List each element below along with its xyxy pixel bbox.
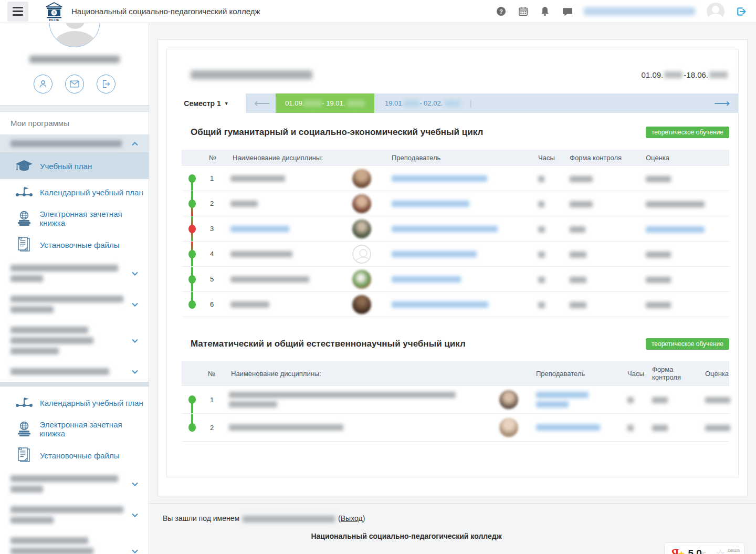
grade-value-blurred xyxy=(646,252,671,258)
row-number: 5 xyxy=(203,275,230,283)
program-name-blurred xyxy=(10,296,123,302)
calendar-icon[interactable] xyxy=(518,6,528,17)
user-avatar[interactable] xyxy=(707,3,724,20)
control-form-blurred xyxy=(652,425,668,431)
discipline-name-cell xyxy=(230,251,352,257)
discipline-row: 3 xyxy=(182,216,729,241)
teacher-name-link-blurred[interactable] xyxy=(392,251,477,257)
footer-college-name: Национальный социально-педагогический ко… xyxy=(149,532,664,540)
teacher-name-link-blurred[interactable] xyxy=(536,424,600,431)
teacher-name-cell[interactable] xyxy=(384,175,536,182)
teacher-name-link-blurred[interactable] xyxy=(392,276,461,283)
teacher-avatar xyxy=(352,169,371,188)
teacher-name-link-blurred[interactable] xyxy=(392,175,487,182)
grade-value-blurred xyxy=(646,201,705,207)
periods-next-arrow[interactable]: ⟶ xyxy=(714,98,730,109)
control-form-cell xyxy=(568,200,644,208)
hours-cell xyxy=(625,395,650,404)
sidebar-item-2[interactable]: Календарный учебный план xyxy=(0,179,149,205)
discipline-name-cell xyxy=(230,276,352,283)
collapsed-program-item[interactable] xyxy=(0,530,149,554)
collapsed-program-item[interactable] xyxy=(0,258,149,289)
discipline-name-blurred[interactable] xyxy=(230,226,289,232)
sidebar-item-2[interactable]: Электронная зачетная книжка xyxy=(0,416,149,442)
profile-avatar[interactable] xyxy=(49,23,100,47)
hours-value-blurred xyxy=(627,397,634,403)
college-logo[interactable]: А НСПК xyxy=(45,2,63,21)
teacher-name-cell[interactable] xyxy=(384,201,536,207)
logout-icon[interactable] xyxy=(736,6,747,17)
hours-cell xyxy=(536,250,568,258)
program-name-blurred xyxy=(10,140,122,147)
teacher-avatar-cell xyxy=(352,245,384,264)
disciplines-table-1: № Наименование дисциплины: Преподаватель… xyxy=(182,150,729,317)
hours-cell xyxy=(536,300,568,309)
teacher-name-cell[interactable] xyxy=(384,251,536,257)
teacher-name-cell[interactable] xyxy=(384,226,536,232)
teacher-name-link-blurred[interactable] xyxy=(536,392,589,398)
notifications-icon[interactable] xyxy=(540,6,550,17)
periods-prev-arrow[interactable]: ⟵ xyxy=(254,98,270,109)
row-number: 4 xyxy=(203,250,230,258)
discipline-name-cell xyxy=(230,175,352,182)
profile-icon[interactable] xyxy=(34,75,52,93)
sidebar-divider xyxy=(0,105,149,112)
sidebar-item-1[interactable]: Календарный учебный план xyxy=(0,390,149,416)
sidebar-item-4[interactable]: Установочные файлы xyxy=(0,232,149,258)
teacher-name-cell[interactable] xyxy=(528,424,625,431)
help-icon[interactable]: ? xyxy=(496,6,506,17)
discipline-row: 1 xyxy=(182,385,729,413)
discipline-name-cell xyxy=(230,226,352,232)
control-form-blurred xyxy=(570,226,585,233)
yandex-rating-widget[interactable]: Я ★ 5,0 /5 ☆ Вашаоценка Рейтинг организа… xyxy=(664,542,744,554)
table-header: № Наименование дисциплины: Преподаватель… xyxy=(182,150,729,165)
teacher-name-link-blurred[interactable] xyxy=(392,301,488,308)
program-name-blurred xyxy=(10,337,93,344)
hours-value-blurred xyxy=(538,201,544,207)
semester-dropdown[interactable]: Семестр 1▼ xyxy=(167,93,246,113)
collapsed-program-item[interactable] xyxy=(0,499,149,530)
status-timeline xyxy=(182,292,203,317)
logout-link[interactable]: Выход xyxy=(341,514,363,522)
sidebar-item-1[interactable]: Учебный план xyxy=(0,153,149,179)
mail-icon[interactable] xyxy=(65,75,84,93)
teacher-name-cell[interactable] xyxy=(528,392,625,407)
username-blurred[interactable] xyxy=(584,7,695,15)
messages-icon[interactable] xyxy=(562,6,572,17)
teacher-name-cell[interactable] xyxy=(384,276,536,283)
collapsed-program-item[interactable] xyxy=(0,320,149,361)
program-name-blurred xyxy=(10,306,54,313)
discipline-name-cell xyxy=(230,301,352,308)
sidebar-item-label: Установочные файлы xyxy=(40,241,120,249)
program-expanded-header[interactable] xyxy=(0,135,149,153)
teacher-avatar xyxy=(352,245,371,264)
collapsed-program-item[interactable] xyxy=(0,361,149,382)
teacher-name-link-blurred[interactable] xyxy=(536,401,569,407)
teacher-name-cell[interactable] xyxy=(384,301,536,308)
hours-value-blurred xyxy=(538,302,545,308)
sidebar-item-3[interactable]: Электронная зачетная книжка xyxy=(0,205,149,232)
sidebar-item-3[interactable]: Установочные файлы xyxy=(0,442,149,468)
grade-cell xyxy=(644,250,729,258)
discipline-row: 6 xyxy=(182,291,729,317)
svg-text:?: ? xyxy=(499,8,503,15)
hours-cell xyxy=(536,225,568,233)
period-tab-active[interactable]: 01.09. - 19.01. xyxy=(276,93,374,113)
chevron-down-icon xyxy=(132,482,138,486)
star-outline-icon[interactable]: ☆ xyxy=(716,547,725,554)
chevron-down-icon xyxy=(132,302,138,307)
grade-value-blurred xyxy=(646,176,671,182)
main-content: 01.09.-18.06. Семестр 1▼ ⟵ 01.09. - 19.0… xyxy=(149,23,756,554)
period-tab-next[interactable]: 19.01. - 02.02. xyxy=(376,93,469,113)
hamburger-menu-button[interactable] xyxy=(7,2,28,22)
discipline-name-cell xyxy=(229,392,499,407)
program-nav-group-1: Учебный планКалендарный учебный планЭлек… xyxy=(0,153,149,258)
document-icon xyxy=(14,447,35,464)
collapsed-program-item[interactable] xyxy=(0,289,149,320)
control-form-cell xyxy=(650,395,703,404)
logged-in-line: Вы зашли под именем(Выход) xyxy=(149,504,756,522)
exit-icon[interactable] xyxy=(97,75,116,93)
teacher-name-link-blurred[interactable] xyxy=(392,201,469,207)
teacher-name-link-blurred[interactable] xyxy=(392,226,498,232)
collapsed-program-item[interactable] xyxy=(0,468,149,499)
